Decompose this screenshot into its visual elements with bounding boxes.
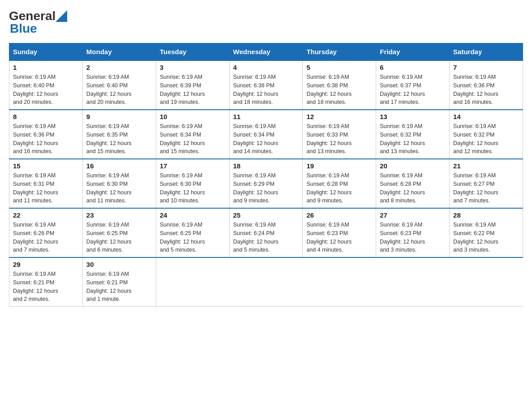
day-of-week-header: Friday	[376, 43, 450, 61]
calendar-day-cell: 15Sunrise: 6:19 AMSunset: 6:31 PMDayligh…	[9, 159, 83, 208]
logo-blue-text: Blue	[10, 21, 37, 36]
day-of-week-header: Thursday	[303, 43, 376, 61]
day-of-week-header: Sunday	[9, 43, 83, 61]
day-info: Sunrise: 6:19 AMSunset: 6:32 PMDaylight:…	[380, 122, 446, 156]
day-info: Sunrise: 6:19 AMSunset: 6:40 PMDaylight:…	[86, 73, 152, 107]
day-info: Sunrise: 6:19 AMSunset: 6:27 PMDaylight:…	[453, 171, 519, 205]
day-info: Sunrise: 6:19 AMSunset: 6:25 PMDaylight:…	[86, 221, 152, 254]
calendar-day-cell: 18Sunrise: 6:19 AMSunset: 6:29 PMDayligh…	[229, 159, 303, 208]
calendar-day-cell: 23Sunrise: 6:19 AMSunset: 6:25 PMDayligh…	[82, 208, 156, 257]
calendar-day-cell: 1Sunrise: 6:19 AMSunset: 6:40 PMDaylight…	[9, 60, 83, 110]
calendar-day-cell: 3Sunrise: 6:19 AMSunset: 6:39 PMDaylight…	[156, 60, 229, 110]
calendar-day-cell: 17Sunrise: 6:19 AMSunset: 6:30 PMDayligh…	[156, 159, 229, 208]
day-info: Sunrise: 6:19 AMSunset: 6:23 PMDaylight:…	[306, 221, 372, 254]
day-info: Sunrise: 6:19 AMSunset: 6:21 PMDaylight:…	[86, 270, 152, 304]
day-info: Sunrise: 6:19 AMSunset: 6:24 PMDaylight:…	[233, 221, 299, 254]
calendar-day-cell: 20Sunrise: 6:19 AMSunset: 6:28 PMDayligh…	[376, 159, 450, 208]
day-of-week-header: Tuesday	[156, 43, 229, 61]
day-number: 8	[13, 113, 79, 120]
day-number: 10	[160, 113, 226, 120]
day-info: Sunrise: 6:19 AMSunset: 6:34 PMDaylight:…	[160, 122, 226, 156]
calendar-day-cell: 11Sunrise: 6:19 AMSunset: 6:34 PMDayligh…	[229, 110, 303, 159]
day-number: 23	[86, 211, 152, 219]
day-info: Sunrise: 6:19 AMSunset: 6:30 PMDaylight:…	[86, 171, 152, 205]
day-info: Sunrise: 6:19 AMSunset: 6:32 PMDaylight:…	[453, 122, 519, 156]
calendar-day-cell	[376, 257, 450, 307]
day-info: Sunrise: 6:19 AMSunset: 6:39 PMDaylight:…	[160, 73, 226, 107]
day-info: Sunrise: 6:19 AMSunset: 6:40 PMDaylight:…	[13, 73, 79, 107]
day-info: Sunrise: 6:19 AMSunset: 6:30 PMDaylight:…	[160, 171, 226, 205]
day-number: 9	[86, 113, 152, 120]
day-info: Sunrise: 6:19 AMSunset: 6:35 PMDaylight:…	[86, 122, 152, 156]
calendar-day-cell: 8Sunrise: 6:19 AMSunset: 6:36 PMDaylight…	[9, 110, 83, 159]
day-info: Sunrise: 6:19 AMSunset: 6:28 PMDaylight:…	[306, 171, 372, 205]
day-number: 18	[233, 162, 299, 170]
day-number: 4	[233, 64, 299, 71]
day-info: Sunrise: 6:19 AMSunset: 6:25 PMDaylight:…	[160, 221, 226, 254]
day-number: 15	[13, 162, 79, 170]
calendar-day-cell: 5Sunrise: 6:19 AMSunset: 6:38 PMDaylight…	[303, 60, 376, 110]
day-number: 21	[453, 162, 519, 170]
day-info: Sunrise: 6:19 AMSunset: 6:23 PMDaylight:…	[380, 221, 446, 254]
calendar-day-cell: 16Sunrise: 6:19 AMSunset: 6:30 PMDayligh…	[82, 159, 156, 208]
calendar-day-cell: 14Sunrise: 6:19 AMSunset: 6:32 PMDayligh…	[450, 110, 523, 159]
day-info: Sunrise: 6:19 AMSunset: 6:29 PMDaylight:…	[233, 171, 299, 205]
calendar-day-cell: 12Sunrise: 6:19 AMSunset: 6:33 PMDayligh…	[303, 110, 376, 159]
calendar-day-cell: 22Sunrise: 6:19 AMSunset: 6:26 PMDayligh…	[9, 208, 83, 257]
calendar-day-cell	[229, 257, 303, 307]
day-info: Sunrise: 6:19 AMSunset: 6:38 PMDaylight:…	[233, 73, 299, 107]
day-info: Sunrise: 6:19 AMSunset: 6:36 PMDaylight:…	[453, 73, 519, 107]
day-number: 29	[13, 261, 79, 268]
calendar-day-cell: 2Sunrise: 6:19 AMSunset: 6:40 PMDaylight…	[82, 60, 156, 110]
calendar-day-cell: 28Sunrise: 6:19 AMSunset: 6:22 PMDayligh…	[450, 208, 523, 257]
calendar-week-row: 22Sunrise: 6:19 AMSunset: 6:26 PMDayligh…	[9, 208, 523, 257]
calendar-day-cell: 24Sunrise: 6:19 AMSunset: 6:25 PMDayligh…	[156, 208, 229, 257]
day-number: 6	[380, 64, 446, 71]
calendar-day-cell: 19Sunrise: 6:19 AMSunset: 6:28 PMDayligh…	[303, 159, 376, 208]
day-info: Sunrise: 6:19 AMSunset: 6:38 PMDaylight:…	[306, 73, 372, 107]
calendar-day-cell: 27Sunrise: 6:19 AMSunset: 6:23 PMDayligh…	[376, 208, 450, 257]
day-number: 30	[86, 261, 152, 268]
calendar-day-cell: 9Sunrise: 6:19 AMSunset: 6:35 PMDaylight…	[82, 110, 156, 159]
day-number: 7	[453, 64, 519, 71]
calendar-week-row: 15Sunrise: 6:19 AMSunset: 6:31 PMDayligh…	[9, 159, 523, 208]
day-info: Sunrise: 6:19 AMSunset: 6:22 PMDaylight:…	[453, 221, 519, 254]
day-number: 24	[160, 211, 226, 219]
day-number: 16	[86, 162, 152, 170]
calendar-day-cell: 30Sunrise: 6:19 AMSunset: 6:21 PMDayligh…	[82, 257, 156, 307]
page-header: GeneralBlue	[9, 9, 523, 36]
day-info: Sunrise: 6:19 AMSunset: 6:33 PMDaylight:…	[306, 122, 372, 156]
day-of-week-header: Saturday	[450, 43, 523, 61]
day-number: 19	[306, 162, 372, 170]
logo-triangle-icon	[56, 10, 67, 22]
calendar-day-cell	[156, 257, 229, 307]
logo-container: GeneralBlue	[9, 9, 67, 36]
day-number: 13	[380, 113, 446, 120]
day-number: 25	[233, 211, 299, 219]
calendar-day-cell: 21Sunrise: 6:19 AMSunset: 6:27 PMDayligh…	[450, 159, 523, 208]
day-number: 3	[160, 64, 226, 71]
calendar-day-cell: 6Sunrise: 6:19 AMSunset: 6:37 PMDaylight…	[376, 60, 450, 110]
day-number: 26	[306, 211, 372, 219]
day-of-week-header: Wednesday	[229, 43, 303, 61]
calendar-day-cell: 4Sunrise: 6:19 AMSunset: 6:38 PMDaylight…	[229, 60, 303, 110]
day-info: Sunrise: 6:19 AMSunset: 6:36 PMDaylight:…	[13, 122, 79, 156]
day-number: 20	[380, 162, 446, 170]
calendar-day-cell: 26Sunrise: 6:19 AMSunset: 6:23 PMDayligh…	[303, 208, 376, 257]
day-number: 5	[306, 64, 372, 71]
calendar-header-row: SundayMondayTuesdayWednesdayThursdayFrid…	[9, 43, 523, 61]
calendar-day-cell	[303, 257, 376, 307]
day-number: 2	[86, 64, 152, 71]
calendar-day-cell: 10Sunrise: 6:19 AMSunset: 6:34 PMDayligh…	[156, 110, 229, 159]
day-number: 17	[160, 162, 226, 170]
calendar-day-cell	[450, 257, 523, 307]
calendar-week-row: 1Sunrise: 6:19 AMSunset: 6:40 PMDaylight…	[9, 60, 523, 110]
day-of-week-header: Monday	[82, 43, 156, 61]
calendar-day-cell: 13Sunrise: 6:19 AMSunset: 6:32 PMDayligh…	[376, 110, 450, 159]
calendar-week-row: 8Sunrise: 6:19 AMSunset: 6:36 PMDaylight…	[9, 110, 523, 159]
calendar-week-row: 29Sunrise: 6:19 AMSunset: 6:21 PMDayligh…	[9, 257, 523, 307]
day-number: 14	[453, 113, 519, 120]
day-number: 1	[13, 64, 79, 71]
calendar-day-cell: 7Sunrise: 6:19 AMSunset: 6:36 PMDaylight…	[450, 60, 523, 110]
calendar-table: SundayMondayTuesdayWednesdayThursdayFrid…	[9, 43, 523, 307]
